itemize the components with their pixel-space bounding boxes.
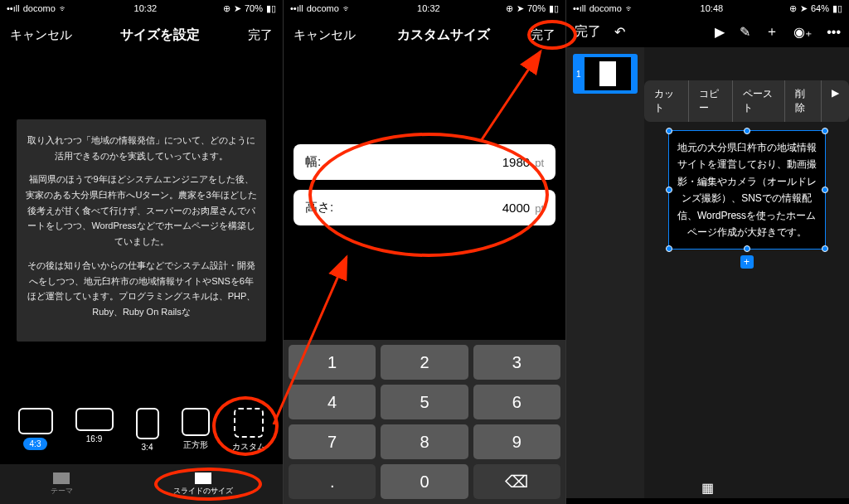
ratio-selector: 4:3 16:9 3:4 正方形 カスタム xyxy=(0,408,283,453)
key-5[interactable]: 5 xyxy=(381,385,468,419)
ctx-cut[interactable]: カット xyxy=(644,80,689,122)
status-bar: ••ıll docomo ᯤ 10:32 ⊕ ➤ 70% ▮▯ xyxy=(284,0,565,17)
signal-icon: ••ıll xyxy=(573,3,586,13)
resize-handle[interactable] xyxy=(822,187,828,193)
size-icon xyxy=(195,472,211,484)
done-button[interactable]: 完了 xyxy=(248,27,273,43)
nav-title: カスタムサイズ xyxy=(397,27,490,44)
key-7[interactable]: 7 xyxy=(289,424,376,459)
more-icon[interactable]: ••• xyxy=(827,25,841,40)
slide-thumb-1[interactable]: 1 xyxy=(573,54,638,94)
carrier: docomo xyxy=(307,3,339,13)
add-below-icon[interactable]: + xyxy=(740,255,754,269)
status-bar: ••ıll docomo ᯤ 10:32 ⊕ ➤ 70% ▮▯ xyxy=(0,0,283,17)
cancel-button[interactable]: キャンセル xyxy=(294,27,356,43)
undo-icon[interactable]: ↶ xyxy=(614,24,625,40)
done-button[interactable]: 完了 xyxy=(531,27,555,43)
done-button[interactable]: 完了 xyxy=(575,23,601,41)
key-4[interactable]: 4 xyxy=(289,385,376,419)
editor-toolbar: 完了 ↶ ▶ ✎ ＋ ◉₊ ••• xyxy=(566,17,849,47)
wifi-icon: ᯤ xyxy=(342,3,352,13)
battery-pct: 70% xyxy=(245,3,263,13)
width-label: 幅: xyxy=(305,154,321,170)
bottom-tabs: テーマ スライドのサイズ xyxy=(0,464,283,504)
resize-handle[interactable] xyxy=(666,128,672,134)
ctx-copy[interactable]: コピー xyxy=(689,80,734,122)
nav-bar: キャンセル カスタムサイズ 完了 xyxy=(284,17,565,53)
location-icon: ➤ xyxy=(517,3,524,14)
ctx-paste[interactable]: ペースト xyxy=(733,80,785,122)
ratio-custom[interactable]: カスタム xyxy=(232,408,265,453)
carrier: docomo xyxy=(589,3,622,13)
wifi-icon: ᯤ xyxy=(59,3,68,13)
signal-icon: ••ıll xyxy=(7,3,20,13)
ratio-square[interactable]: 正方形 xyxy=(182,408,210,453)
ctx-delete[interactable]: 削除 xyxy=(785,80,822,122)
ratio-3-4[interactable]: 3:4 xyxy=(136,408,159,453)
key-backspace[interactable]: ⌫ xyxy=(473,464,560,499)
theme-icon xyxy=(53,472,70,484)
slide-preview: 取り入れつつ「地域の情報発信」について、どのように活用できるのかを実践していって… xyxy=(17,119,266,342)
alarm-icon: ⊕ xyxy=(789,3,797,14)
context-menu: カット コピー ペースト 削除 ▶ xyxy=(644,80,849,122)
location-icon: ➤ xyxy=(800,3,808,14)
numeric-keypad: 1 2 3 4 5 6 7 8 9 . 0 ⌫ xyxy=(284,340,565,504)
nav-bar: キャンセル サイズを設定 完了 xyxy=(0,17,283,53)
resize-handle[interactable] xyxy=(822,128,828,134)
status-bar: ••ıll docomo ᯤ 10:48 ⊕ ➤ 64% ▮▯ xyxy=(566,0,849,17)
tab-theme[interactable]: テーマ xyxy=(51,472,73,497)
slide-thumbnails: 1 xyxy=(566,47,644,498)
key-2[interactable]: 2 xyxy=(381,345,468,380)
width-input[interactable]: 幅: 1980pt xyxy=(294,144,555,180)
collab-icon[interactable]: ◉₊ xyxy=(793,24,812,40)
battery-icon: ▮▯ xyxy=(549,3,559,14)
bottom-toolbar: ▦ xyxy=(566,480,849,496)
key-6[interactable]: 6 xyxy=(473,385,560,419)
alarm-icon: ⊕ xyxy=(223,3,230,14)
key-dot[interactable]: . xyxy=(289,464,376,499)
key-8[interactable]: 8 xyxy=(381,424,468,459)
ratio-16-9[interactable]: 16:9 xyxy=(75,408,114,453)
key-9[interactable]: 9 xyxy=(473,424,560,459)
plus-icon[interactable]: ＋ xyxy=(765,23,779,41)
resize-handle[interactable] xyxy=(744,128,750,134)
battery-icon: ▮▯ xyxy=(266,3,276,14)
alarm-icon: ⊕ xyxy=(506,3,513,14)
signal-icon: ••ıll xyxy=(290,3,303,13)
carrier: docomo xyxy=(23,3,56,13)
battery-pct: 64% xyxy=(811,3,829,13)
height-input[interactable]: 高さ: 4000pt xyxy=(294,190,555,225)
grid-icon[interactable]: ▦ xyxy=(701,480,714,496)
selected-text-box[interactable]: 地元の大分県臼杵市の地域情報サイトを運営しており、動画撮影・編集やカメラ（オール… xyxy=(668,130,826,250)
resize-handle[interactable] xyxy=(822,245,828,252)
slide-canvas[interactable]: カット コピー ペースト 削除 ▶ 地元の大分県臼杵市の地域情報サイトを運営して… xyxy=(644,47,849,498)
resize-handle[interactable] xyxy=(666,187,672,193)
key-3[interactable]: 3 xyxy=(473,345,560,380)
nav-title: サイズを設定 xyxy=(120,27,200,44)
brush-icon[interactable]: ✎ xyxy=(740,24,750,40)
clock: 10:48 xyxy=(701,3,724,13)
clock: 10:32 xyxy=(417,3,440,13)
location-icon: ➤ xyxy=(234,3,241,14)
key-1[interactable]: 1 xyxy=(289,345,376,380)
wifi-icon: ᯤ xyxy=(625,3,634,13)
ratio-4-3[interactable]: 4:3 xyxy=(18,408,53,453)
cancel-button[interactable]: キャンセル xyxy=(10,27,72,43)
height-label: 高さ: xyxy=(305,200,333,216)
clock: 10:32 xyxy=(134,3,158,13)
play-icon[interactable]: ▶ xyxy=(715,24,725,40)
resize-handle[interactable] xyxy=(666,245,672,252)
resize-handle[interactable] xyxy=(744,245,750,252)
battery-pct: 70% xyxy=(527,3,546,13)
tab-slide-size[interactable]: スライドのサイズ xyxy=(173,472,233,497)
width-value: 1980 xyxy=(502,155,530,169)
height-value: 4000 xyxy=(502,201,530,215)
battery-icon: ▮▯ xyxy=(832,3,842,14)
ctx-more[interactable]: ▶ xyxy=(822,80,849,122)
key-0[interactable]: 0 xyxy=(381,464,468,499)
